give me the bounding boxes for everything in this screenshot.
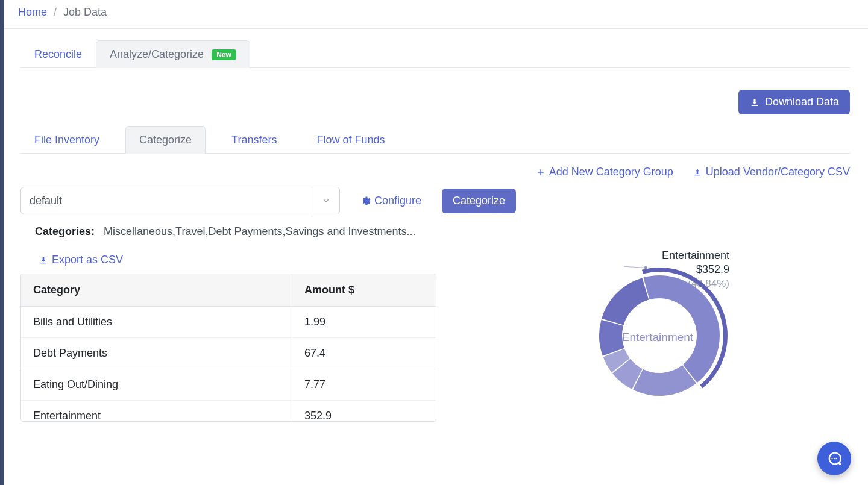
table-header: Category Amount $ <box>21 274 436 307</box>
categorize-button-label: Categorize <box>453 195 505 207</box>
donut-center-label: Entertainment <box>615 331 700 344</box>
category-group-select-value: default <box>30 195 62 207</box>
category-group-select[interactable]: default <box>20 187 340 214</box>
table-row[interactable]: Eating Out/Dining 7.77 <box>21 369 436 401</box>
table-body[interactable]: Bills and Utilities 1.99 Debt Payments 6… <box>21 307 436 421</box>
cell-amount: 1.99 <box>292 307 436 337</box>
svg-point-2 <box>834 458 835 459</box>
category-table: Category Amount $ Bills and Utilities 1.… <box>20 274 436 422</box>
subtab-transfers[interactable]: Transfers <box>218 126 291 154</box>
chevron-down-icon <box>312 187 339 214</box>
subtab-file-inventory[interactable]: File Inventory <box>20 126 113 154</box>
categories-label: Categories: <box>35 225 95 237</box>
cell-amount: 67.4 <box>292 338 436 369</box>
svg-point-1 <box>831 458 832 459</box>
top-tabs: Reconcile Analyze/Categorize New <box>20 40 850 68</box>
donut-slice[interactable] <box>602 278 649 325</box>
cell-category: Entertainment <box>21 401 292 421</box>
left-rail <box>0 0 4 485</box>
cell-amount: 352.9 <box>292 401 436 421</box>
categories-line: Categories: Miscellaneous,Travel,Debt Pa… <box>35 225 850 238</box>
plus-icon <box>536 167 546 177</box>
subtab-categorize[interactable]: Categorize <box>125 126 206 154</box>
chat-fab[interactable] <box>817 442 851 475</box>
categorize-button[interactable]: Categorize <box>442 189 516 213</box>
controls-row: default Configure Categorize <box>20 187 850 214</box>
download-data-button[interactable]: Download Data <box>738 90 850 114</box>
download-icon <box>39 255 48 265</box>
table-row[interactable]: Debt Payments 67.4 <box>21 338 436 369</box>
table-row[interactable]: Entertainment 352.9 <box>21 401 436 421</box>
tab-reconcile[interactable]: Reconcile <box>20 40 96 68</box>
donut-slice[interactable] <box>633 365 696 396</box>
col-header-amount[interactable]: Amount $ <box>292 274 436 306</box>
svg-point-3 <box>835 458 837 459</box>
add-category-group-button[interactable]: Add New Category Group <box>536 166 673 178</box>
breadcrumb-separator: / <box>50 6 60 18</box>
breadcrumb-current: Job Data <box>63 6 107 18</box>
sub-tabs: File Inventory Categorize Transfers Flow… <box>20 125 850 154</box>
category-donut-chart: Entertainment $352.9 (43.84%) Entertainm… <box>461 254 850 416</box>
download-icon <box>749 97 760 108</box>
configure-button[interactable]: Configure <box>360 195 421 207</box>
tab-analyze-categorize[interactable]: Analyze/Categorize New <box>96 40 250 68</box>
gear-icon <box>360 196 371 206</box>
upload-icon <box>693 167 702 177</box>
categories-text: Miscellaneous,Travel,Debt Payments,Savin… <box>104 225 416 237</box>
new-badge: New <box>212 49 236 60</box>
table-row[interactable]: Bills and Utilities 1.99 <box>21 307 436 338</box>
upload-vendor-csv-label: Upload Vendor/Category CSV <box>706 166 850 178</box>
export-csv-button[interactable]: Export as CSV <box>39 254 123 266</box>
toolbar-row: Download Data <box>20 90 850 114</box>
slice-name: Entertainment <box>662 249 729 263</box>
actions-row: Add New Category Group Upload Vendor/Cat… <box>20 166 850 178</box>
cell-amount: 7.77 <box>292 369 436 400</box>
upload-vendor-csv-button[interactable]: Upload Vendor/Category CSV <box>693 166 850 178</box>
cell-category: Eating Out/Dining <box>21 369 292 400</box>
cell-category: Bills and Utilities <box>21 307 292 337</box>
add-category-group-label: Add New Category Group <box>549 166 673 178</box>
breadcrumb: Home / Job Data <box>0 0 868 29</box>
breadcrumb-home[interactable]: Home <box>18 6 47 18</box>
chat-icon <box>826 450 843 467</box>
subtab-flow-of-funds[interactable]: Flow of Funds <box>303 126 398 154</box>
cell-category: Debt Payments <box>21 338 292 369</box>
download-data-label: Download Data <box>765 96 839 108</box>
tab-analyze-label: Analyze/Categorize <box>110 48 204 60</box>
col-header-category[interactable]: Category <box>21 274 292 306</box>
configure-label: Configure <box>374 195 421 207</box>
export-csv-label: Export as CSV <box>52 254 123 266</box>
